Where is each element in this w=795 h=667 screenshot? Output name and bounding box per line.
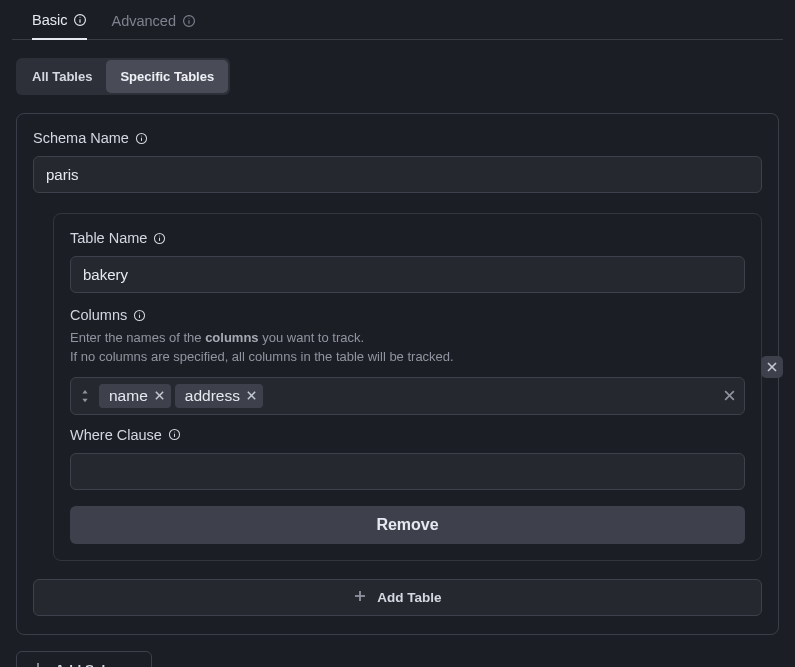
- schema-name-label: Schema Name: [33, 130, 762, 146]
- toggle-all-tables[interactable]: All Tables: [18, 60, 106, 93]
- svg-point-5: [188, 17, 189, 18]
- info-icon: [135, 132, 148, 145]
- close-icon[interactable]: [761, 356, 783, 378]
- tab-advanced[interactable]: Advanced: [111, 12, 196, 39]
- button-label: Add Schema: [55, 662, 137, 667]
- info-icon: [182, 14, 196, 28]
- remove-tag-icon[interactable]: [154, 390, 165, 401]
- add-table-button[interactable]: Add Table: [33, 579, 762, 616]
- svg-point-2: [80, 17, 81, 18]
- column-tag: address: [175, 384, 263, 408]
- columns-label: Columns: [70, 307, 745, 323]
- columns-help-text: Enter the names of the columns you want …: [70, 329, 745, 367]
- table-card: Table Name Columns Enter the names of th…: [53, 213, 762, 561]
- remove-button[interactable]: Remove: [70, 506, 745, 544]
- add-schema-button[interactable]: Add Schema: [16, 651, 152, 667]
- toggle-specific-tables[interactable]: Specific Tables: [106, 60, 228, 93]
- table-name-input[interactable]: [70, 256, 745, 293]
- schema-card: Schema Name Table Name Columns Enter the…: [16, 113, 779, 635]
- plus-icon: [353, 589, 367, 606]
- info-icon: [133, 309, 146, 322]
- label-text: Schema Name: [33, 130, 129, 146]
- info-icon: [168, 428, 181, 441]
- svg-point-8: [141, 135, 142, 136]
- svg-point-14: [139, 312, 140, 313]
- info-icon: [153, 232, 166, 245]
- column-tag: name: [99, 384, 171, 408]
- remove-tag-icon[interactable]: [246, 390, 257, 401]
- tabs-bar: Basic Advanced: [12, 12, 783, 40]
- info-icon: [73, 13, 87, 27]
- clear-all-icon[interactable]: [723, 389, 736, 402]
- where-clause-label: Where Clause: [70, 427, 745, 443]
- label-text: Table Name: [70, 230, 147, 246]
- button-label: Add Table: [377, 590, 441, 605]
- tag-text: address: [185, 387, 240, 405]
- tab-basic[interactable]: Basic: [32, 12, 87, 40]
- where-clause-input[interactable]: [70, 453, 745, 490]
- label-text: Where Clause: [70, 427, 162, 443]
- table-scope-toggle: All Tables Specific Tables: [16, 58, 230, 95]
- tab-label: Basic: [32, 12, 67, 28]
- svg-point-11: [159, 235, 160, 236]
- table-name-label: Table Name: [70, 230, 745, 246]
- columns-input[interactable]: name address: [70, 377, 745, 415]
- tab-label: Advanced: [111, 13, 176, 29]
- tag-text: name: [109, 387, 148, 405]
- plus-icon: [31, 661, 45, 667]
- svg-point-23: [174, 432, 175, 433]
- sort-icon[interactable]: [75, 389, 95, 403]
- label-text: Columns: [70, 307, 127, 323]
- schema-name-input[interactable]: [33, 156, 762, 193]
